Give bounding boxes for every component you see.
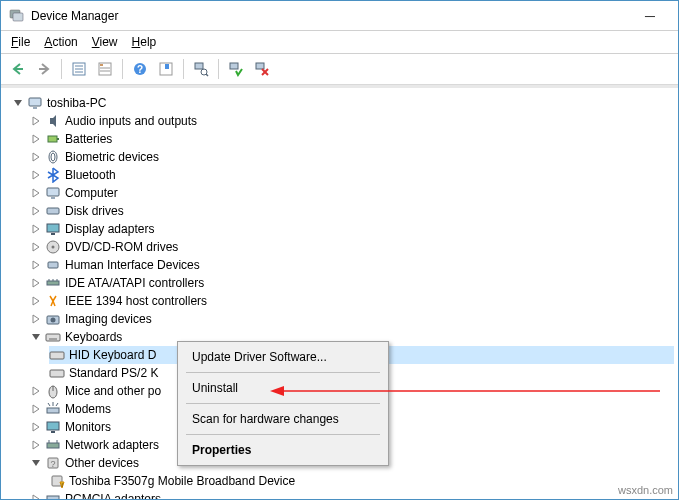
tree-node[interactable]: DVD/CD-ROM drives: [29, 238, 674, 256]
menu-action[interactable]: Action: [44, 35, 77, 49]
node-label: Computer: [65, 186, 118, 200]
menu-view[interactable]: View: [92, 35, 118, 49]
tree-node[interactable]: Audio inputs and outputs: [29, 112, 674, 130]
svg-rect-9: [100, 64, 103, 66]
uninstall-tool-button[interactable]: [251, 58, 273, 80]
toolbar-separator: [61, 59, 62, 79]
expand-icon[interactable]: [29, 222, 43, 236]
node-label: Standard PS/2 K: [69, 366, 158, 380]
node-label: Toshiba F3507g Mobile Broadband Device: [69, 474, 295, 488]
modem-icon: [45, 401, 61, 417]
battery-icon: [45, 131, 61, 147]
expand-icon[interactable]: [29, 312, 43, 326]
tree-node[interactable]: Biometric devices: [29, 148, 674, 166]
tree-node[interactable]: Bluetooth: [29, 166, 674, 184]
firewire-icon: [45, 293, 61, 309]
svg-rect-20: [256, 63, 264, 69]
svg-rect-37: [47, 281, 59, 285]
tree-node[interactable]: PCMCIA adapters: [29, 490, 674, 499]
menu-file[interactable]: File: [11, 35, 30, 49]
ctx-update-driver[interactable]: Update Driver Software...: [180, 344, 386, 370]
svg-rect-1: [13, 13, 23, 21]
help-sheet-button[interactable]: [155, 58, 177, 80]
properties-tool-button[interactable]: [68, 58, 90, 80]
audio-icon: [45, 113, 61, 129]
tree-node[interactable]: Human Interface Devices: [29, 256, 674, 274]
monitor-icon: [45, 419, 61, 435]
expand-icon[interactable]: [29, 204, 43, 218]
window-title: Device Manager: [31, 9, 118, 23]
node-label: HID Keyboard D: [69, 348, 156, 362]
svg-rect-50: [47, 408, 59, 413]
node-label: DVD/CD-ROM drives: [65, 240, 178, 254]
root-node[interactable]: toshiba-PC: [11, 94, 674, 112]
svg-rect-16: [195, 63, 203, 69]
svg-rect-53: [47, 443, 59, 448]
expand-icon[interactable]: [29, 384, 43, 398]
node-label: Bluetooth: [65, 168, 116, 182]
expand-icon[interactable]: [29, 168, 43, 182]
svg-rect-24: [33, 107, 37, 109]
expand-icon[interactable]: [29, 294, 43, 308]
titlebar: Device Manager ─: [1, 1, 678, 31]
details-tool-button[interactable]: [94, 58, 116, 80]
expand-icon[interactable]: [29, 240, 43, 254]
tree-node-toshiba-broadband[interactable]: !Toshiba F3507g Mobile Broadband Device: [49, 472, 674, 490]
scan-tool-button[interactable]: [190, 58, 212, 80]
tree-node[interactable]: Imaging devices: [29, 310, 674, 328]
expand-icon[interactable]: [29, 276, 43, 290]
svg-rect-23: [29, 98, 41, 106]
node-label: Disk drives: [65, 204, 124, 218]
computer-icon: [27, 95, 43, 111]
forward-button[interactable]: [33, 58, 55, 80]
svg-rect-25: [48, 136, 57, 142]
expand-icon[interactable]: [29, 150, 43, 164]
svg-rect-15: [165, 64, 169, 69]
expand-icon[interactable]: [29, 186, 43, 200]
node-label: Audio inputs and outputs: [65, 114, 197, 128]
collapse-icon[interactable]: [29, 456, 43, 470]
tree-node[interactable]: IEEE 1394 host controllers: [29, 292, 674, 310]
menubar: File Action View Help: [1, 31, 678, 54]
svg-rect-43: [46, 334, 60, 341]
display-icon: [45, 221, 61, 237]
menu-help[interactable]: Help: [132, 35, 157, 49]
tree-node[interactable]: Disk drives: [29, 202, 674, 220]
keyboard-icon: [49, 365, 65, 381]
svg-rect-29: [47, 188, 59, 196]
expand-icon[interactable]: [29, 420, 43, 434]
help-tool-button[interactable]: ?: [129, 58, 151, 80]
expand-icon[interactable]: [29, 492, 43, 499]
expand-icon[interactable]: [29, 402, 43, 416]
tree-node[interactable]: Computer: [29, 184, 674, 202]
svg-rect-33: [51, 233, 55, 235]
node-label: Keyboards: [65, 330, 122, 344]
root-label: toshiba-PC: [47, 96, 106, 110]
back-button[interactable]: [7, 58, 29, 80]
svg-point-28: [51, 153, 55, 161]
imaging-icon: [45, 311, 61, 327]
node-label: IDE ATA/ATAPI controllers: [65, 276, 204, 290]
node-label: Mice and other po: [65, 384, 161, 398]
disk-icon: [45, 203, 61, 219]
tree-node[interactable]: Batteries: [29, 130, 674, 148]
enable-tool-button[interactable]: [225, 58, 247, 80]
toolbar-separator: [183, 59, 184, 79]
collapse-icon[interactable]: [29, 330, 43, 344]
expand-icon[interactable]: [29, 132, 43, 146]
minimize-button[interactable]: ─: [630, 4, 670, 28]
expand-icon[interactable]: [29, 258, 43, 272]
hid-icon: [45, 257, 61, 273]
node-label: Other devices: [65, 456, 139, 470]
tree-node[interactable]: IDE ATA/ATAPI controllers: [29, 274, 674, 292]
ctx-uninstall[interactable]: Uninstall: [180, 375, 386, 401]
ctx-properties[interactable]: Properties: [180, 437, 386, 463]
expand-icon[interactable]: [11, 96, 25, 110]
other-icon: ?: [45, 455, 61, 471]
menu-separator: [186, 403, 380, 404]
expand-icon[interactable]: [29, 438, 43, 452]
ctx-scan[interactable]: Scan for hardware changes: [180, 406, 386, 432]
tree-node[interactable]: Display adapters: [29, 220, 674, 238]
expand-icon[interactable]: [29, 114, 43, 128]
bluetooth-icon: [45, 167, 61, 183]
